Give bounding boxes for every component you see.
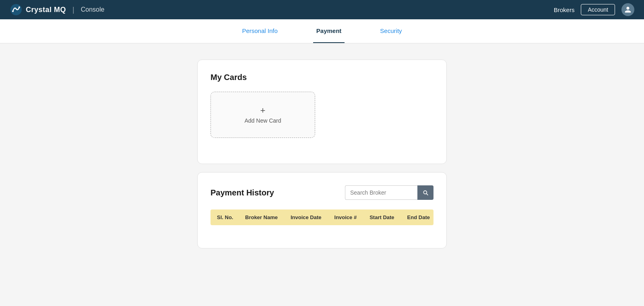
payment-history-title: Payment History	[211, 188, 274, 197]
col-header-start-date: Start Date	[363, 209, 400, 225]
header-right: Brokers Account	[554, 3, 634, 16]
tab-personal-info[interactable]: Personal Info	[239, 19, 281, 43]
main-content: My Cards + Add New Card Payment History …	[0, 43, 644, 265]
svg-point-1	[12, 10, 14, 12]
logo-area: Crystal MQ	[10, 3, 66, 16]
table-header: Sl. No. Broker Name Invoice Date Invoice…	[211, 209, 433, 225]
console-label: Console	[81, 6, 105, 13]
header: Crystal MQ | Console Brokers Account	[0, 0, 644, 19]
col-header-end-date: End Date	[401, 209, 433, 225]
col-header-invoice-num: Invoice #	[328, 209, 363, 225]
logo-text: Crystal MQ	[26, 6, 66, 14]
brokers-link[interactable]: Brokers	[554, 6, 575, 13]
svg-point-2	[19, 6, 20, 8]
my-cards-title: My Cards	[211, 73, 433, 82]
search-icon	[422, 189, 429, 196]
search-broker-input[interactable]	[345, 185, 417, 200]
payment-history-header: Payment History	[211, 185, 433, 200]
search-container	[345, 185, 433, 200]
col-header-broker-name: Broker Name	[239, 209, 284, 225]
user-avatar-icon[interactable]	[621, 3, 634, 16]
header-divider: |	[72, 6, 74, 14]
tab-payment[interactable]: Payment	[313, 19, 345, 43]
col-header-sl-no: Sl. No.	[211, 209, 239, 225]
add-new-card-button[interactable]: + Add New Card	[211, 92, 315, 138]
my-cards-section: My Cards + Add New Card	[197, 60, 447, 164]
add-card-label: Add New Card	[244, 117, 281, 124]
search-button[interactable]	[417, 185, 433, 200]
col-header-invoice-date: Invoice Date	[284, 209, 328, 225]
payment-history-section: Payment History Sl. No. Broker Name Invo…	[197, 172, 447, 248]
tabs-nav: Personal Info Payment Security	[0, 19, 644, 43]
logo-icon	[10, 3, 23, 16]
add-card-plus-icon: +	[260, 106, 266, 115]
header-left: Crystal MQ | Console	[10, 3, 104, 16]
tab-security[interactable]: Security	[377, 19, 405, 43]
account-button[interactable]: Account	[581, 4, 615, 15]
